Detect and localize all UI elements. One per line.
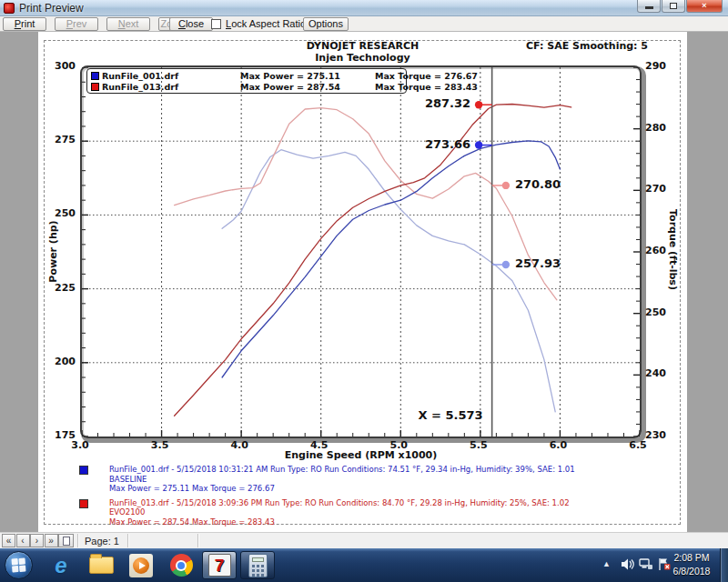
- chart-correction-info: CF: SAE Smoothing: 5: [348, 40, 648, 52]
- next-button[interactable]: Next: [106, 17, 150, 31]
- x-tick-4.0: 4.0: [224, 439, 255, 451]
- lock-aspect-ratio-label: Lock Aspect Ratio: [226, 18, 306, 29]
- left-tick-200: 200: [40, 356, 76, 367]
- media-player-icon: [129, 554, 153, 577]
- cursor-x-label: X = 5.573: [419, 408, 483, 422]
- left-tick-225: 225: [40, 282, 76, 294]
- marker-label-257.93: 257.93: [515, 256, 561, 270]
- next-page-button[interactable]: ›: [30, 534, 44, 547]
- page-indicator: Page: 1: [85, 536, 119, 547]
- x-tick-5.5: 5.5: [463, 439, 494, 451]
- folder-icon: [89, 557, 114, 574]
- preview-page: DYNOJET RESEARCH Injen Technology CF: SA…: [38, 32, 687, 532]
- legend-swatch: [91, 83, 99, 91]
- x-tick-6.5: 6.5: [622, 439, 653, 451]
- curve-runfile_013-torque: [175, 108, 557, 300]
- title-bar: Print Preview ×: [0, 0, 728, 16]
- left-axis-title: Power (hp): [47, 161, 59, 343]
- taskbar-item-internet-explorer[interactable]: e: [44, 551, 78, 579]
- x-tick-5.0: 5.0: [383, 439, 414, 451]
- tray-expand-icon[interactable]: ▲: [602, 559, 611, 568]
- winpep-icon: 7: [208, 554, 231, 577]
- dyno-plot: 287.32273.66270.80257.93X = 5.573: [80, 65, 642, 438]
- marker-dot-287.32: [475, 101, 482, 108]
- marker-label-287.32: 287.32: [425, 96, 470, 110]
- legend-max-torque: Max Torque = 276.67: [375, 71, 478, 81]
- chart-legend: RunFile_001.drfMax Power = 275.11Max Tor…: [86, 68, 407, 94]
- page-icon: [63, 537, 70, 546]
- chrome-icon: [170, 554, 193, 577]
- annotation-line2: BASELINE: [109, 475, 675, 485]
- screen: Print Preview × PrintPrevNextZoom OutClo…: [0, 0, 728, 582]
- legend-row-RunFile_001.drf: RunFile_001.drfMax Power = 275.11Max Tor…: [91, 70, 402, 81]
- right-axis-title: Torque (ft-lbs): [667, 159, 679, 341]
- right-tick-270: 270: [645, 183, 666, 195]
- marker-label-270.80: 270.80: [515, 177, 561, 191]
- legend-max-power: Max Power = 275.11: [240, 71, 375, 81]
- lock-aspect-ratio-checkbox[interactable]: [211, 19, 221, 29]
- last-page-button[interactable]: »: [45, 534, 58, 547]
- legend-file-name: RunFile_013.drf: [102, 82, 240, 92]
- windows-logo-icon: [11, 557, 25, 572]
- right-tick-250: 250: [645, 306, 666, 318]
- options-button[interactable]: Options: [303, 17, 349, 31]
- annotation-line3: Max Power = 275.11 Max Torque = 276.67: [109, 484, 675, 494]
- annotation-text: RunFile_001.drf - 5/15/2018 10:31:21 AM …: [109, 465, 675, 494]
- clock-date: 6/8/2018: [664, 565, 719, 578]
- taskbar-item-chrome[interactable]: [164, 551, 198, 579]
- annotation-line1: RunFile_001.drf - 5/15/2018 10:31:21 AM …: [109, 465, 675, 475]
- status-bar: «‹›» Page: 1: [0, 532, 728, 548]
- taskbar-item-file-explorer[interactable]: [84, 551, 118, 579]
- minimize-button[interactable]: [637, 0, 661, 13]
- run-annotations: RunFile_001.drf - 5/15/2018 10:31:21 AM …: [38, 465, 675, 531]
- window-title: Print Preview: [19, 2, 84, 15]
- prev-page-button[interactable]: ‹: [16, 534, 30, 547]
- annotation-line2: EVO2100: [109, 507, 675, 517]
- legend-max-power: Max Power = 287.54: [240, 82, 375, 92]
- volume-icon[interactable]: [621, 557, 634, 571]
- curve-runfile_013-power: [175, 105, 571, 416]
- marker-label-273.66: 273.66: [425, 137, 470, 151]
- annotation-line1: RunFile_013.drf - 5/15/2018 3:09:36 PM R…: [109, 498, 675, 508]
- internet-explorer-icon: e: [55, 554, 66, 577]
- show-desktop-button[interactable]: [720, 548, 728, 582]
- app-icon: [4, 3, 15, 14]
- network-icon[interactable]: [639, 557, 653, 571]
- first-page-button[interactable]: «: [2, 534, 15, 547]
- chart-subtitle: Injen Technology: [38, 52, 687, 64]
- print-button[interactable]: Print: [3, 17, 46, 31]
- taskbar-item-winpep[interactable]: 7: [202, 551, 237, 579]
- right-tick-240: 240: [645, 367, 666, 379]
- right-tick-260: 260: [645, 245, 666, 256]
- legend-swatch: [91, 72, 99, 80]
- print-preview-area: DYNOJET RESEARCH Injen Technology CF: SA…: [0, 32, 728, 532]
- run-annotation-1: RunFile_001.drf - 5/15/2018 10:31:21 AM …: [38, 465, 675, 494]
- start-button[interactable]: [5, 551, 33, 579]
- curve-runfile_001-power: [222, 141, 560, 377]
- toolbar: PrintPrevNextZoom OutClose Lock Aspect R…: [0, 16, 728, 32]
- left-tick-300: 300: [40, 60, 76, 72]
- statusbar-divider: [197, 534, 198, 547]
- taskbar: e 7 ▲: [0, 548, 728, 582]
- right-tick-280: 280: [645, 122, 666, 134]
- annotation-text: RunFile_013.drf - 5/15/2018 3:09:36 PM R…: [109, 498, 675, 527]
- marker-dot-273.66: [475, 141, 482, 148]
- taskbar-clock[interactable]: 2:08 PM 6/8/2018: [664, 551, 719, 578]
- marker-dot-270.80: [502, 182, 510, 189]
- taskbar-item-calculator[interactable]: [240, 551, 275, 579]
- right-tick-290: 290: [645, 60, 666, 72]
- close-button[interactable]: ×: [686, 0, 723, 13]
- close-button[interactable]: Close: [169, 17, 213, 31]
- page-list-button[interactable]: [58, 534, 74, 547]
- restore-button[interactable]: [662, 0, 685, 13]
- clock-time: 2:08 PM: [664, 551, 719, 565]
- calculator-icon: [248, 554, 268, 577]
- x-tick-3.0: 3.0: [65, 439, 96, 451]
- annotation-color-square: [79, 499, 88, 508]
- left-tick-275: 275: [40, 134, 76, 146]
- prev-button[interactable]: Prev: [55, 17, 98, 31]
- taskbar-item-media-player[interactable]: [124, 551, 158, 579]
- x-tick-6.0: 6.0: [542, 439, 573, 451]
- marker-dot-257.93: [502, 261, 510, 268]
- legend-file-name: RunFile_001.drf: [102, 71, 240, 81]
